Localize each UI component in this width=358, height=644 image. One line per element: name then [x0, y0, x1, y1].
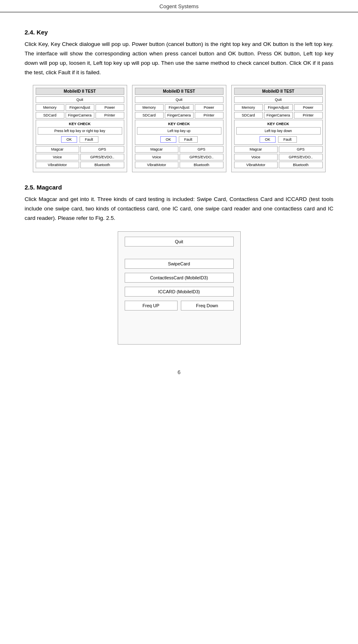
panel1-quit-btn[interactable]: Quit	[36, 96, 124, 103]
panel3-memory-btn[interactable]: Memory	[234, 104, 263, 111]
mobileid-panel-2: MobileID II TEST Quit Memory FingerAdjus…	[132, 85, 226, 172]
panel2-printer-btn[interactable]: Printer	[195, 112, 223, 119]
panel1-memory-btn[interactable]: Memory	[36, 104, 64, 111]
magcard-contactless-btn[interactable]: ContactlessCard (MobileID3)	[125, 273, 234, 283]
panel2-memory-btn[interactable]: Memory	[135, 104, 164, 111]
panel2-ok-btn[interactable]: OK	[160, 136, 176, 143]
panel3-gprs-btn[interactable]: GPRS/EVDO..	[279, 154, 323, 160]
panel3-row5: VibratMotor Bluetooth	[234, 162, 323, 168]
panel1-bluetooth-btn[interactable]: Bluetooth	[80, 162, 124, 168]
panel1-row4: Voice GPRS/EVDO..	[36, 154, 124, 160]
panel1-gprs-btn[interactable]: GPRS/EVDO..	[80, 154, 124, 160]
panel3-vibratmotor-btn[interactable]: VibratMotor	[234, 162, 278, 168]
magcard-figure: Quit SwipeCard ContactlessCard (MobileID…	[25, 231, 333, 345]
mobileid-panel-1: MobileID II TEST Quit Memory FingerAdjus…	[33, 85, 127, 172]
section-25-title: 2.5. Magcard	[25, 184, 333, 191]
magcard-box: Quit SwipeCard ContactlessCard (MobileID…	[118, 231, 241, 345]
panel2-power-btn[interactable]: Power	[195, 104, 223, 111]
panel2-bluetooth-btn[interactable]: Bluetooth	[180, 162, 223, 168]
mobileid-panel-1-title: MobileID II TEST	[36, 88, 124, 95]
magcard-freq-down-btn[interactable]: Freq Down	[181, 301, 234, 311]
panel3-row2: SDCard FingerCamera Printer	[234, 112, 323, 119]
panel1-ok-fault-row: OK Fault	[38, 136, 122, 143]
panel3-printer-btn[interactable]: Printer	[294, 112, 323, 119]
panel2-row2: SDCard FingerCamera Printer	[135, 112, 223, 119]
panel1-fault-btn[interactable]: Fault	[80, 136, 98, 143]
panel3-magcar-btn[interactable]: Magcar	[234, 146, 278, 153]
panel2-key-check-panel: KEY CHECK Left top key up OK Fault	[135, 120, 223, 145]
panel1-row1: Memory FingerAdjust Power	[36, 104, 124, 111]
panel3-key-check-title: KEY CHECK	[236, 122, 321, 126]
section-24-body: Click Key, Key Check dialogue will pop u…	[25, 40, 333, 78]
panel2-row3: Magcar GPS	[135, 146, 223, 153]
panel2-gprs-btn[interactable]: GPRS/EVDO..	[180, 154, 223, 160]
panel1-row5: VibratMotor Bluetooth	[36, 162, 124, 168]
section-25-body: Click Magcar and get into it. Three kind…	[25, 195, 333, 223]
panel2-vibratmotor-btn[interactable]: VibratMotor	[135, 162, 179, 168]
panel3-fingercamera-btn[interactable]: FingerCamera	[264, 112, 293, 119]
panel3-row4: Voice GPRS/EVDO..	[234, 154, 323, 160]
magcard-swipecard-btn[interactable]: SwipeCard	[125, 259, 234, 269]
panel3-gps-btn[interactable]: GPS	[279, 146, 323, 153]
mobileid-panel-3: MobileID II TEST Quit Memory FingerAdjus…	[231, 85, 326, 172]
panel1-fingeradjust-btn[interactable]: FingerAdjust	[66, 104, 94, 111]
panel3-fingeradjust-btn[interactable]: FingerAdjust	[264, 104, 293, 111]
panel3-key-check-msg: Left top key down	[236, 127, 321, 135]
mobileid-panel-2-title: MobileID II TEST	[135, 88, 223, 95]
panel2-row1: Memory FingerAdjust Power	[135, 104, 223, 111]
section-24-title: 2.4. Key	[25, 29, 333, 36]
magcard-quit-btn[interactable]: Quit	[125, 237, 234, 247]
panel2-fingercamera-btn[interactable]: FingerCamera	[165, 112, 194, 119]
panel1-sdcard-btn[interactable]: SDCard	[36, 112, 64, 119]
panel3-bluetooth-btn[interactable]: Bluetooth	[279, 162, 323, 168]
panel3-row1: Memory FingerAdjust Power	[234, 104, 323, 111]
panel2-key-check-title: KEY CHECK	[137, 122, 221, 126]
panel1-key-check-title: KEY CHECK	[38, 122, 122, 126]
panel2-fault-btn[interactable]: Fault	[179, 136, 198, 143]
panel2-row5: VibratMotor Bluetooth	[135, 162, 223, 168]
panel3-fault-btn[interactable]: Fault	[278, 136, 297, 143]
panel1-power-btn[interactable]: Power	[96, 104, 124, 111]
panel3-quit-btn[interactable]: Quit	[234, 96, 323, 103]
panel3-ok-btn[interactable]: OK	[260, 136, 276, 143]
panel1-key-check-panel: KEY CHECK Press left top key or right to…	[36, 120, 124, 145]
panel1-voice-btn[interactable]: Voice	[36, 154, 80, 160]
panel2-row4: Voice GPRS/EVDO..	[135, 154, 223, 160]
panel3-ok-fault-row: OK Fault	[236, 136, 321, 143]
panel2-voice-btn[interactable]: Voice	[135, 154, 179, 160]
mobileid-figures-row: MobileID II TEST Quit Memory FingerAdjus…	[25, 85, 333, 172]
panel3-sdcard-btn[interactable]: SDCard	[234, 112, 263, 119]
panel3-voice-btn[interactable]: Voice	[234, 154, 278, 160]
panel1-magcar-btn[interactable]: Magcar	[36, 146, 80, 153]
section-25: 2.5. Magcard Click Magcar and get into i…	[25, 184, 333, 345]
panel3-row3: Magcar GPS	[234, 146, 323, 153]
section-24: 2.4. Key Click Key, Key Check dialogue w…	[25, 29, 333, 172]
panel2-magcar-btn[interactable]: Magcar	[135, 146, 179, 153]
panel1-key-check-msg: Press left top key or right top key	[38, 127, 122, 135]
magcard-freq-row: Freq UP Freq Down	[125, 301, 234, 311]
panel2-fingeradjust-btn[interactable]: FingerAdjust	[165, 104, 194, 111]
panel1-vibratmotor-btn[interactable]: VibratMotor	[36, 162, 80, 168]
panel1-fingercamera-btn[interactable]: FingerCamera	[66, 112, 94, 119]
page-header: Cogent Systems	[0, 0, 358, 12]
panel2-quit-btn[interactable]: Quit	[135, 96, 223, 103]
header-title: Cogent Systems	[160, 3, 198, 9]
panel3-power-btn[interactable]: Power	[294, 104, 323, 111]
panel1-row2: SDCard FingerCamera Printer	[36, 112, 124, 119]
panel1-ok-btn[interactable]: OK	[61, 136, 77, 143]
panel3-key-check-panel: KEY CHECK Left top key down OK Fault	[234, 120, 323, 145]
mobileid-panel-3-title: MobileID II TEST	[234, 88, 323, 95]
panel2-ok-fault-row: OK Fault	[137, 136, 221, 143]
page-number: 6	[25, 369, 333, 375]
magcard-iccard-btn[interactable]: ICCARD (MobileID3)	[125, 287, 234, 297]
panel1-gps-btn[interactable]: GPS	[80, 146, 124, 153]
panel2-gps-btn[interactable]: GPS	[180, 146, 223, 153]
magcard-freq-up-btn[interactable]: Freq UP	[125, 301, 178, 311]
panel2-sdcard-btn[interactable]: SDCard	[135, 112, 164, 119]
panel1-row3: Magcar GPS	[36, 146, 124, 153]
panel1-printer-btn[interactable]: Printer	[96, 112, 124, 119]
panel2-key-check-msg: Left top key up	[137, 127, 221, 135]
